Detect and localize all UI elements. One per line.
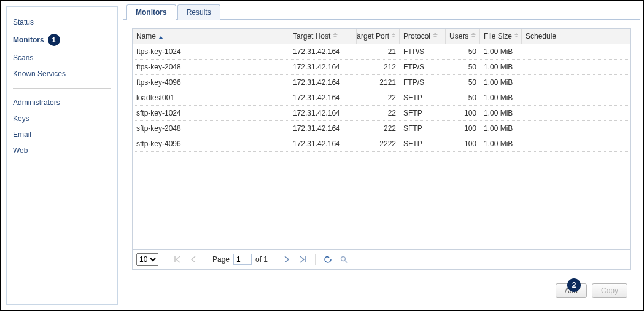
table-row[interactable]: ftps-key-2048172.31.42.164212FTP/S501.00… xyxy=(133,60,630,75)
cell-name: sftp-key-4096 xyxy=(133,136,289,151)
cell-schedule xyxy=(522,106,630,120)
cell-target-host: 172.31.42.164 xyxy=(289,90,357,105)
table-row[interactable]: sftp-key-2048172.31.42.164222SFTP1001.00… xyxy=(133,121,630,136)
cell-target-host: 172.31.42.164 xyxy=(289,75,357,90)
sort-icon xyxy=(433,33,438,39)
sidebar-item-label: Status xyxy=(13,18,34,26)
cell-schedule xyxy=(522,60,630,74)
tab-label: Results xyxy=(187,8,211,17)
cell-file-size: 1.00 MiB xyxy=(480,90,522,105)
sidebar-item-label: Administrators xyxy=(13,98,60,107)
last-page-button[interactable] xyxy=(297,253,309,266)
cell-protocol: SFTP xyxy=(400,136,446,151)
cell-file-size: 1.00 MiB xyxy=(480,75,522,90)
cell-schedule xyxy=(522,136,630,151)
table-row[interactable]: sftp-key-1024172.31.42.16422SFTP1001.00 … xyxy=(133,106,630,121)
cell-users: 50 xyxy=(446,44,480,59)
search-icon[interactable] xyxy=(338,253,350,266)
svg-line-1 xyxy=(345,261,347,263)
table-row[interactable]: loadtest001172.31.42.16422SFTP501.00 MiB xyxy=(133,90,630,106)
sidebar-item-web[interactable]: Web xyxy=(13,143,111,159)
footer-toolbar: 2 Add Copy xyxy=(132,270,631,302)
page-label: Page xyxy=(212,255,230,264)
sort-asc-icon xyxy=(158,33,163,39)
sidebar-item-keys[interactable]: Keys xyxy=(13,111,111,127)
column-header-protocol[interactable]: Protocol xyxy=(400,29,446,44)
callout-badge-2: 2 xyxy=(567,278,581,292)
tabs: Monitors Results xyxy=(126,4,640,19)
cell-target-host: 172.31.42.164 xyxy=(289,121,357,136)
tab-monitors[interactable]: Monitors xyxy=(126,4,176,20)
sidebar-item-status[interactable]: Status xyxy=(13,14,111,30)
cell-name: sftp-key-1024 xyxy=(133,106,289,120)
copy-button[interactable]: Copy xyxy=(592,283,627,298)
cell-protocol: FTP/S xyxy=(400,44,446,59)
cell-users: 100 xyxy=(446,121,480,136)
column-header-target-port[interactable]: Target Port xyxy=(357,29,400,44)
cell-name: sftp-key-2048 xyxy=(133,121,289,136)
cell-target-port: 22 xyxy=(357,106,400,120)
cell-users: 50 xyxy=(446,60,480,74)
cell-name: ftps-key-4096 xyxy=(133,75,289,90)
sort-icon xyxy=(514,33,518,39)
cell-protocol: SFTP xyxy=(400,90,446,105)
cell-protocol: SFTP xyxy=(400,106,446,120)
cell-target-host: 172.31.42.164 xyxy=(289,136,357,151)
sidebar-item-label: Scans xyxy=(13,53,33,62)
cell-schedule xyxy=(522,75,630,90)
table-row[interactable]: ftps-key-4096172.31.42.1642121FTP/S501.0… xyxy=(133,75,630,90)
sidebar-separator xyxy=(13,165,111,165)
cell-name: ftps-key-2048 xyxy=(133,60,289,74)
table-header: Name Target Host Target Port Protocol Us… xyxy=(133,29,630,44)
tab-results[interactable]: Results xyxy=(177,4,220,20)
first-page-button[interactable] xyxy=(171,253,184,266)
refresh-button[interactable] xyxy=(322,253,334,266)
sidebar-item-email[interactable]: Email xyxy=(13,127,111,143)
sort-icon xyxy=(392,33,395,39)
page-input[interactable] xyxy=(233,254,252,265)
page-of-label: of 1 xyxy=(255,255,268,264)
cell-target-port: 21 xyxy=(357,44,400,59)
sidebar-item-monitors[interactable]: Monitors 1 xyxy=(13,30,111,50)
column-header-name[interactable]: Name xyxy=(133,29,289,44)
column-header-schedule[interactable]: Schedule xyxy=(522,29,630,44)
sidebar-item-label: Known Services xyxy=(13,69,66,78)
next-page-button[interactable] xyxy=(281,253,293,266)
sidebar-item-scans[interactable]: Scans xyxy=(13,50,111,66)
separator xyxy=(206,254,206,265)
cell-target-port: 222 xyxy=(357,121,400,136)
cell-target-port: 2121 xyxy=(357,75,400,90)
cell-name: loadtest001 xyxy=(133,90,289,105)
cell-schedule xyxy=(522,121,630,136)
cell-users: 50 xyxy=(446,75,480,90)
sidebar-item-label: Web xyxy=(13,146,28,155)
cell-file-size: 1.00 MiB xyxy=(480,121,522,136)
cell-file-size: 1.00 MiB xyxy=(480,44,522,59)
prev-page-button[interactable] xyxy=(187,253,200,266)
table-row[interactable]: sftp-key-4096172.31.42.1642222SFTP1001.0… xyxy=(133,136,630,152)
cell-file-size: 1.00 MiB xyxy=(480,106,522,120)
cell-target-host: 172.31.42.164 xyxy=(289,106,357,120)
cell-protocol: SFTP xyxy=(400,121,446,136)
tab-panel: Name Target Host Target Port Protocol Us… xyxy=(123,19,640,307)
cell-users: 50 xyxy=(446,90,480,105)
table-body: ftps-key-1024172.31.42.16421FTP/S501.00 … xyxy=(133,44,630,249)
sidebar-item-known-services[interactable]: Known Services xyxy=(13,66,111,82)
cell-file-size: 1.00 MiB xyxy=(480,60,522,74)
cell-file-size: 1.00 MiB xyxy=(480,136,522,151)
cell-target-port: 212 xyxy=(357,60,400,74)
sidebar-item-administrators[interactable]: Administrators xyxy=(13,95,111,111)
callout-badge-1: 1 xyxy=(48,34,60,46)
cell-target-host: 172.31.42.164 xyxy=(289,60,357,74)
column-header-target-host[interactable]: Target Host xyxy=(289,29,357,44)
sidebar-item-label: Monitors xyxy=(13,36,44,44)
column-header-users[interactable]: Users xyxy=(446,29,480,44)
table-row[interactable]: ftps-key-1024172.31.42.16421FTP/S501.00 … xyxy=(133,44,630,60)
cell-users: 100 xyxy=(446,106,480,120)
column-header-file-size[interactable]: File Size xyxy=(480,29,522,44)
cell-users: 100 xyxy=(446,136,480,151)
cell-schedule xyxy=(522,44,630,59)
sort-icon xyxy=(333,33,338,39)
page-size-select[interactable]: 10 xyxy=(136,253,158,266)
monitors-grid: Name Target Host Target Port Protocol Us… xyxy=(132,28,631,270)
